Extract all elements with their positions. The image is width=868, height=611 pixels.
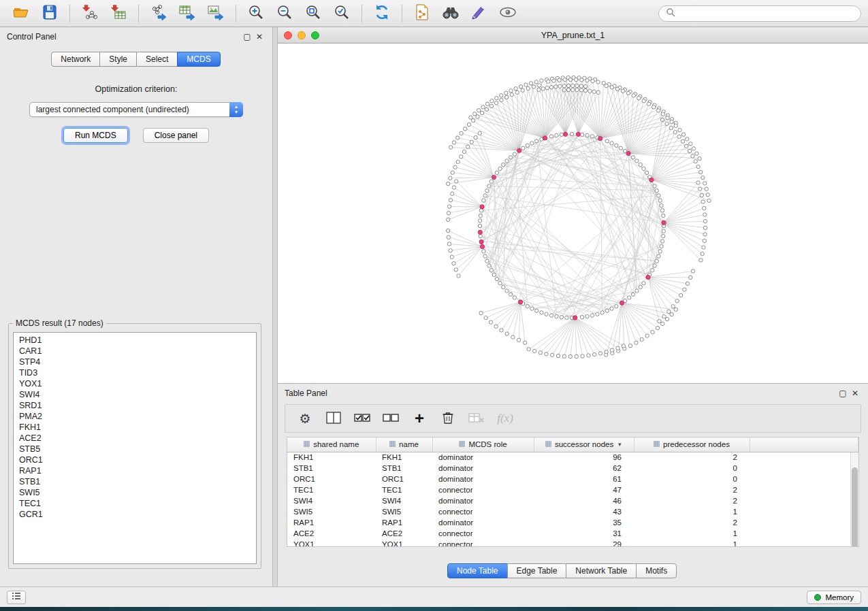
fx-icon: f(x) <box>497 412 513 425</box>
mcds-result-item[interactable]: ACE2 <box>14 433 256 444</box>
maximize-window-icon[interactable] <box>311 31 319 39</box>
table-row[interactable]: TEC1TEC1connector472 <box>287 484 858 495</box>
apply-layout-button[interactable] <box>368 2 396 25</box>
open-file-button[interactable] <box>7 2 35 25</box>
criterion-dropdown[interactable]: largest connected component (undirected)… <box>29 102 243 117</box>
search-box[interactable] <box>658 5 861 22</box>
tab-node-table[interactable]: Node Table <box>447 563 508 578</box>
column-header-mcds-role[interactable]: MCDS role <box>432 437 534 452</box>
close-panel-button[interactable]: Close panel <box>143 128 209 143</box>
mcds-result-item[interactable]: SRD1 <box>14 400 256 411</box>
mcds-result-item[interactable]: PHD1 <box>14 335 256 346</box>
control-panel-header: Control Panel ▢ ✕ <box>0 27 272 46</box>
mcds-result-item[interactable]: ORC1 <box>14 455 256 465</box>
status-menu-button[interactable] <box>7 591 26 604</box>
table-row[interactable]: SWI4SWI4dominator462 <box>287 495 858 506</box>
mcds-result-item[interactable]: TEC1 <box>14 498 256 509</box>
save-button[interactable] <box>35 2 64 25</box>
table-row[interactable]: SWI5SWI5connector431 <box>287 506 858 517</box>
control-panel-tabs: Network Style Select MCDS <box>0 52 272 67</box>
mcds-result-item[interactable]: TID3 <box>14 367 256 378</box>
import-network-button[interactable] <box>76 2 104 25</box>
mcds-result-item[interactable]: CAR1 <box>14 346 256 357</box>
node-table: shared name name MCDS role successor nod… <box>287 437 858 547</box>
network-titlebar[interactable]: YPA_prune.txt_1 <box>278 27 868 44</box>
memory-button[interactable]: Memory <box>807 591 861 604</box>
mcds-result-list[interactable]: PHD1CAR1STP4TID3YOX1SWI4SRD1PMA2FKH1ACE2… <box>13 332 257 564</box>
column-header-predecessor-nodes[interactable]: predecessor nodes <box>634 437 750 452</box>
find-button[interactable] <box>436 2 465 25</box>
deselect-all-button[interactable] <box>379 408 402 429</box>
table-row[interactable]: YOX1YOX1connector291 <box>287 539 858 547</box>
network-canvas[interactable] <box>278 44 868 383</box>
table-cell: connector <box>432 539 534 547</box>
mcds-result-item[interactable]: RAP1 <box>14 465 256 476</box>
column-sort-icon <box>389 440 396 448</box>
tab-select[interactable]: Select <box>136 52 178 67</box>
close-window-icon[interactable] <box>284 31 292 39</box>
mcds-result-item[interactable]: FKH1 <box>14 422 256 433</box>
table-row[interactable]: ACE2ACE2connector311 <box>287 528 858 539</box>
float-panel-icon[interactable]: ▢ <box>837 388 849 399</box>
close-panel-icon[interactable]: ✕ <box>849 388 861 399</box>
panel-splitter[interactable] <box>272 27 278 587</box>
export-network-button[interactable] <box>144 2 173 25</box>
column-header-successor-nodes[interactable]: successor nodes▼ <box>534 437 634 452</box>
mcds-result-item[interactable]: STB1 <box>14 476 256 487</box>
table-scrollbar-thumb[interactable] <box>852 467 858 547</box>
table-cell: ACE2 <box>287 528 376 539</box>
tab-mcds[interactable]: MCDS <box>177 52 220 67</box>
mcds-result-item[interactable]: YOX1 <box>14 378 256 389</box>
status-bar: Memory <box>0 587 868 607</box>
table-settings-button[interactable]: ⚙ <box>293 408 317 429</box>
zoom-fit-button[interactable] <box>299 2 327 25</box>
column-header-shared-name[interactable]: shared name <box>287 437 376 452</box>
float-panel-icon[interactable]: ▢ <box>241 31 253 42</box>
zoom-in-button[interactable] <box>242 2 270 25</box>
mcds-result-item[interactable]: SWI4 <box>14 389 256 400</box>
import-table-button[interactable] <box>104 2 133 25</box>
control-panel: Control Panel ▢ ✕ Network Style Select M… <box>0 27 272 587</box>
table-row[interactable]: STB1STB1dominator620 <box>287 463 858 474</box>
mcds-result-title: MCDS result (17 nodes) <box>13 318 106 328</box>
save-icon <box>42 4 58 22</box>
tab-edge-table[interactable]: Edge Table <box>507 563 567 578</box>
select-all-button[interactable] <box>351 408 374 429</box>
mcds-result-item[interactable]: SWI5 <box>14 487 256 498</box>
import-table-icon <box>110 4 127 22</box>
function-builder-button[interactable]: f(x) <box>494 408 517 429</box>
table-row[interactable]: FKH1FKH1dominator962 <box>287 452 858 463</box>
mcds-result-item[interactable]: GCR1 <box>14 509 256 520</box>
search-input[interactable] <box>679 9 854 18</box>
add-column-button[interactable]: + <box>408 408 431 429</box>
delete-table-button[interactable] <box>465 408 488 429</box>
export-image-button[interactable] <box>202 2 230 25</box>
tab-network-table[interactable]: Network Table <box>566 563 637 578</box>
visual-properties-button[interactable] <box>465 2 494 25</box>
show-columns-button[interactable] <box>322 408 345 429</box>
mcds-result-item[interactable]: STP4 <box>14 357 256 367</box>
zoom-selected-button[interactable] <box>327 2 356 25</box>
tab-network[interactable]: Network <box>51 52 100 67</box>
tab-motifs[interactable]: Motifs <box>636 563 677 578</box>
table-row[interactable]: ORC1ORC1dominator610 <box>287 474 858 484</box>
column-header-name[interactable]: name <box>376 437 432 452</box>
share-document-button[interactable] <box>408 2 436 25</box>
node-table-body: FKH1FKH1dominator962STB1STB1dominator620… <box>287 452 858 547</box>
zoom-out-button[interactable] <box>270 2 299 25</box>
export-table-button[interactable] <box>173 2 202 25</box>
table-row[interactable]: RAP1RAP1dominator352 <box>287 517 858 528</box>
show-hide-button[interactable] <box>494 2 522 25</box>
table-scrollbar[interactable] <box>850 452 858 546</box>
table-cell: 0 <box>634 463 750 474</box>
close-panel-icon[interactable]: ✕ <box>253 31 266 42</box>
minimize-window-icon[interactable] <box>298 31 306 39</box>
delete-column-button[interactable] <box>436 408 460 429</box>
memory-label: Memory <box>825 593 854 601</box>
run-mcds-button[interactable]: Run MCDS <box>63 128 128 143</box>
tab-style[interactable]: Style <box>99 52 137 67</box>
mcds-result-item[interactable]: STB5 <box>14 444 256 455</box>
table-cell: 2 <box>634 517 750 528</box>
mcds-result-item[interactable]: PMA2 <box>14 411 256 422</box>
table-cell: SWI4 <box>376 495 432 506</box>
